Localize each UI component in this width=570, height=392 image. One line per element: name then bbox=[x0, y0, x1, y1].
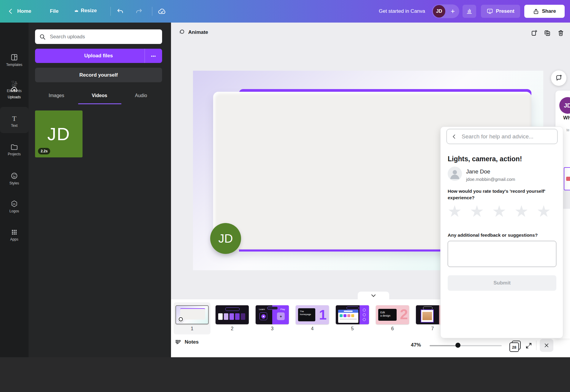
page-thumbnail-3[interactable]: Learn Play + bbox=[256, 305, 289, 324]
page-number-6[interactable]: 6 bbox=[376, 326, 409, 331]
svg-text:co.: co. bbox=[13, 203, 16, 205]
user-avatar-placeholder bbox=[448, 167, 462, 181]
grid-view-button[interactable]: 28 bbox=[509, 341, 521, 352]
cloud-check-icon bbox=[158, 8, 166, 15]
duplicate-page-button[interactable] bbox=[543, 29, 552, 37]
star-1[interactable]: ★ bbox=[444, 202, 466, 221]
zoom-slider-knob[interactable] bbox=[455, 343, 460, 348]
page-thumbnail-6[interactable]: Edit a design 2 bbox=[376, 305, 409, 324]
zoom-slider-track[interactable] bbox=[458, 345, 502, 346]
undo-button[interactable] bbox=[116, 7, 125, 16]
tab-audio[interactable]: Audio bbox=[123, 91, 159, 101]
chevron-left-icon[interactable] bbox=[452, 134, 457, 139]
help-search[interactable] bbox=[446, 129, 558, 144]
uploads-search-input[interactable] bbox=[49, 34, 148, 40]
zoom-slider-track[interactable] bbox=[430, 345, 458, 346]
delete-page-button[interactable] bbox=[556, 29, 565, 37]
video-initials: JD bbox=[47, 124, 70, 144]
close-filmstrip-button[interactable] bbox=[540, 339, 553, 352]
star-3[interactable]: ★ bbox=[488, 202, 510, 221]
page-thumbnail-2[interactable] bbox=[216, 305, 249, 324]
chevron-down-icon bbox=[371, 294, 376, 297]
page-count: 28 bbox=[509, 342, 519, 352]
sidebar-item-logos[interactable]: co. Logos bbox=[0, 200, 28, 218]
divider bbox=[152, 7, 152, 16]
page-number-1[interactable]: 1 bbox=[175, 326, 209, 331]
filmstrip-collapse-tab[interactable] bbox=[358, 292, 389, 300]
chevron-left-icon bbox=[7, 8, 14, 15]
page-number-2[interactable]: 2 bbox=[216, 326, 249, 331]
tab-images[interactable]: Images bbox=[39, 91, 74, 101]
recording-bubble[interactable]: JD bbox=[210, 223, 241, 254]
sidebar-item-apps[interactable]: Apps bbox=[0, 229, 28, 247]
sidebar-item-templates[interactable]: Templates bbox=[0, 53, 28, 72]
sidebar-item-projects[interactable]: Projects bbox=[0, 143, 28, 162]
file-menu[interactable]: File bbox=[50, 8, 58, 14]
record-yourself-label: Record yourself bbox=[79, 72, 118, 78]
help-search-input[interactable] bbox=[461, 133, 548, 140]
sidebar-item-uploads[interactable]: Uploads bbox=[0, 86, 28, 104]
rail-selected-item[interactable] bbox=[564, 167, 570, 190]
star-4[interactable]: ★ bbox=[510, 202, 533, 221]
fullscreen-button[interactable] bbox=[524, 341, 534, 351]
animate-button[interactable]: Animate bbox=[178, 29, 208, 36]
user-avatar[interactable]: JD bbox=[433, 5, 445, 18]
bar-chart-icon bbox=[466, 8, 473, 15]
tab-label: Audio bbox=[135, 93, 147, 98]
sidebar-item-label: Uploads bbox=[8, 95, 21, 99]
share-button[interactable]: Share bbox=[524, 5, 565, 18]
uploads-search[interactable] bbox=[35, 29, 162, 44]
sidebar-item-label: Projects bbox=[8, 152, 20, 156]
add-account-button[interactable]: + bbox=[448, 5, 458, 18]
sidebar-item-styles[interactable]: Styles bbox=[0, 172, 28, 190]
zoom-percent: 47% bbox=[406, 342, 421, 348]
resize-button[interactable]: Resize bbox=[74, 8, 97, 14]
insights-button[interactable] bbox=[463, 5, 476, 18]
add-page-icon bbox=[531, 29, 538, 37]
submit-button[interactable]: Submit bbox=[448, 275, 556, 291]
feedback-chat-button[interactable] bbox=[551, 70, 566, 86]
get-started-link[interactable]: Get started in Canva bbox=[350, 8, 425, 14]
close-icon bbox=[544, 343, 549, 348]
page-thumbnail-1[interactable] bbox=[175, 305, 209, 324]
add-page-button[interactable] bbox=[530, 29, 539, 37]
page-thumbnail-4[interactable]: The homepage 1 bbox=[296, 305, 329, 324]
thumb-card-line1: Edit bbox=[380, 311, 385, 314]
active-tab-underline bbox=[78, 103, 121, 104]
home-button[interactable]: Home bbox=[17, 8, 31, 14]
notes-button[interactable]: Notes bbox=[175, 339, 199, 346]
present-button[interactable]: Present bbox=[481, 5, 520, 18]
sidebar-item-text[interactable]: T Text bbox=[0, 115, 28, 133]
help-panel-title: Lights, camera, action! bbox=[448, 155, 522, 163]
redo-button[interactable] bbox=[134, 7, 143, 16]
upload-files-button[interactable]: Upload files ••• bbox=[35, 49, 162, 63]
crown-icon bbox=[74, 9, 79, 13]
help-feedback-panel: Lights, camera, action! Jane Doe jdoe.mo… bbox=[440, 127, 563, 338]
undo-icon bbox=[117, 8, 124, 15]
record-yourself-button[interactable]: Record yourself bbox=[35, 68, 162, 82]
tab-videos[interactable]: Videos bbox=[82, 91, 117, 101]
present-icon bbox=[487, 8, 493, 15]
page-thumbnail-5[interactable] bbox=[336, 305, 369, 324]
page-number-5[interactable]: 5 bbox=[336, 326, 369, 331]
page-number-4[interactable]: 4 bbox=[296, 326, 329, 331]
back-button[interactable] bbox=[7, 7, 15, 15]
star-2[interactable]: ★ bbox=[466, 202, 488, 221]
record-bubble-icon bbox=[178, 316, 184, 322]
canva-editor: Home File Resize Get started in Canva JD… bbox=[0, 0, 570, 392]
star-5[interactable]: ★ bbox=[533, 202, 555, 221]
sidebar-item-label: Styles bbox=[10, 181, 19, 185]
cloud-save-status[interactable] bbox=[157, 7, 167, 16]
uploaded-video-item[interactable]: JD 2.2s bbox=[35, 110, 83, 157]
thumb-learn-label: Learn bbox=[259, 308, 265, 311]
search-icon bbox=[39, 34, 46, 40]
thumb-card-line2: a design bbox=[380, 314, 390, 317]
upload-more-button[interactable]: ••• bbox=[145, 49, 162, 63]
folder-icon bbox=[10, 143, 18, 151]
rail-avatar[interactable]: JD bbox=[559, 97, 570, 114]
share-icon bbox=[533, 8, 539, 15]
feedback-textarea[interactable] bbox=[448, 241, 556, 267]
page-number-3[interactable]: 3 bbox=[256, 326, 289, 331]
sidebar-item-label: Logos bbox=[10, 209, 19, 213]
apps-grid-icon bbox=[11, 229, 18, 236]
